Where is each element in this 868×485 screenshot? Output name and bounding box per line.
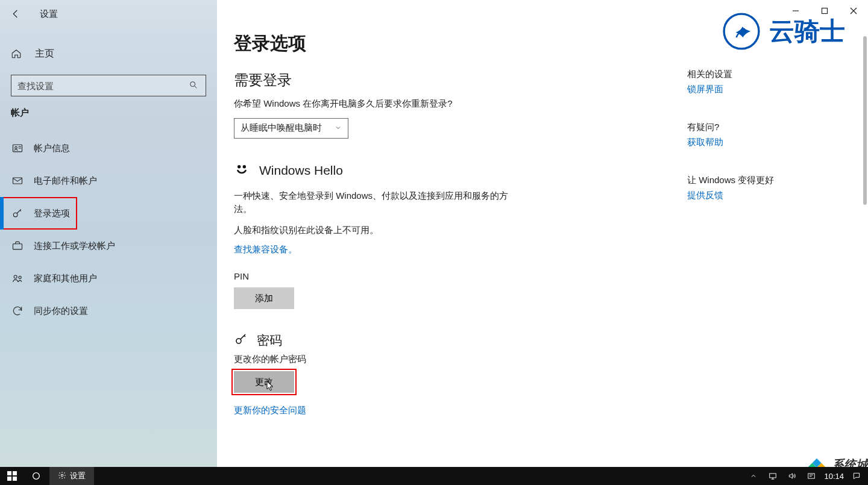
svg-rect-21 <box>808 474 815 478</box>
svg-rect-17 <box>13 477 17 481</box>
tray-ime-icon[interactable] <box>805 472 818 480</box>
user-icon <box>11 142 24 154</box>
sidebar-item-family[interactable]: 家庭和其他用户 <box>0 262 217 295</box>
related-links: 相关的设置 锁屏界面 有疑问? 获取帮助 让 Windows 变得更好 提供反馈 <box>687 0 868 467</box>
svg-point-7 <box>19 276 21 278</box>
briefcase-icon <box>11 240 24 252</box>
sidebar-item-label: 登录选项 <box>34 208 70 219</box>
sidebar-item-label: 家庭和其他用户 <box>34 273 97 284</box>
tray-chevron-up-icon[interactable] <box>747 472 760 480</box>
add-pin-button[interactable]: 添加 <box>234 287 294 309</box>
key-icon <box>11 207 24 219</box>
update-security-questions-link[interactable]: 更新你的安全问题 <box>234 405 306 416</box>
back-button[interactable] <box>8 7 23 21</box>
cortana-button[interactable] <box>24 467 48 485</box>
sidebar-item-label: 连接工作或学校帐户 <box>34 240 115 252</box>
svg-rect-16 <box>7 477 11 481</box>
hello-unavailable: 人脸和指纹识别在此设备上不可用。 <box>234 224 523 237</box>
brand-logo: 云骑士 <box>721 11 845 52</box>
find-compatible-devices-link[interactable]: 查找兼容设备。 <box>234 244 297 255</box>
notifications-button[interactable] <box>850 472 863 480</box>
cursor-icon <box>266 381 275 394</box>
password-title: 密码 <box>257 332 282 349</box>
chevron-down-icon <box>335 123 342 133</box>
home-icon <box>11 48 22 59</box>
smile-icon <box>234 161 250 180</box>
svg-point-18 <box>33 473 40 480</box>
svg-point-10 <box>236 339 241 343</box>
sidebar-item-account-info[interactable]: 帐户信息 <box>0 132 217 164</box>
sidebar-item-work-school[interactable]: 连接工作或学校帐户 <box>0 230 217 262</box>
change-password-button[interactable]: 更改 <box>234 371 294 393</box>
related-heading: 相关的设置 <box>687 69 868 80</box>
brand-text: 云骑士 <box>769 14 845 48</box>
sidebar-item-label: 同步你的设置 <box>34 305 88 317</box>
sidebar-item-signin-options[interactable]: 登录选项 <box>0 197 77 230</box>
svg-rect-15 <box>13 471 17 475</box>
svg-point-19 <box>61 474 63 477</box>
taskbar-app-label: 设置 <box>70 471 86 481</box>
home-label: 主页 <box>35 48 54 60</box>
search-input[interactable] <box>17 81 189 91</box>
svg-rect-5 <box>13 244 22 249</box>
give-feedback-link[interactable]: 提供反馈 <box>687 190 868 201</box>
taskbar: 设置 10:14 <box>0 467 868 485</box>
category-label: 帐户 <box>0 107 217 119</box>
key-icon <box>234 332 248 349</box>
svg-rect-3 <box>13 178 22 184</box>
gear-icon <box>58 471 66 481</box>
sidebar-item-label: 帐户信息 <box>34 143 70 154</box>
svg-point-4 <box>13 213 17 217</box>
settings-title: 设置 <box>40 8 58 20</box>
require-signin-question: 你希望 Windows 在你离开电脑多久后要求你重新登录? <box>234 97 523 111</box>
question-heading: 有疑问? <box>687 122 868 133</box>
tray-volume-icon[interactable] <box>785 472 799 480</box>
svg-point-8 <box>238 166 240 167</box>
svg-point-2 <box>15 146 17 149</box>
taskbar-app-settings[interactable]: 设置 <box>49 467 94 485</box>
start-button[interactable] <box>0 467 24 485</box>
sync-icon <box>11 305 24 317</box>
hello-desc: 一种快速、安全地登录到 Windows、付款以及连接到应用和服务的方法。 <box>234 189 523 216</box>
svg-rect-14 <box>7 471 11 475</box>
hello-title: Windows Hello <box>259 163 343 178</box>
home-nav[interactable]: 主页 <box>0 37 217 70</box>
sidebar-item-email[interactable]: 电子邮件和帐户 <box>0 164 217 197</box>
svg-point-9 <box>244 166 245 167</box>
lock-screen-link[interactable]: 锁屏界面 <box>687 84 868 95</box>
mail-icon <box>11 175 24 187</box>
sidebar: 设置 主页 帐户 帐户信息 电子邮件和帐户 登录选项 <box>0 0 217 467</box>
people-icon <box>11 272 24 284</box>
taskbar-time[interactable]: 10:14 <box>824 472 844 481</box>
search-icon <box>189 80 200 91</box>
sidebar-item-label: 电子邮件和帐户 <box>34 175 97 187</box>
tray-monitor-icon[interactable] <box>766 472 779 480</box>
svg-point-0 <box>190 82 195 87</box>
search-settings-input[interactable] <box>11 75 206 96</box>
require-signin-dropdown[interactable]: 从睡眠中唤醒电脑时 <box>234 118 348 139</box>
get-help-link[interactable]: 获取帮助 <box>687 137 868 148</box>
sidebar-item-sync[interactable]: 同步你的设置 <box>0 295 217 327</box>
svg-point-6 <box>14 275 17 278</box>
dropdown-selected: 从睡眠中唤醒电脑时 <box>241 122 322 134</box>
svg-rect-20 <box>770 474 776 478</box>
feedback-heading: 让 Windows 变得更好 <box>687 175 868 186</box>
